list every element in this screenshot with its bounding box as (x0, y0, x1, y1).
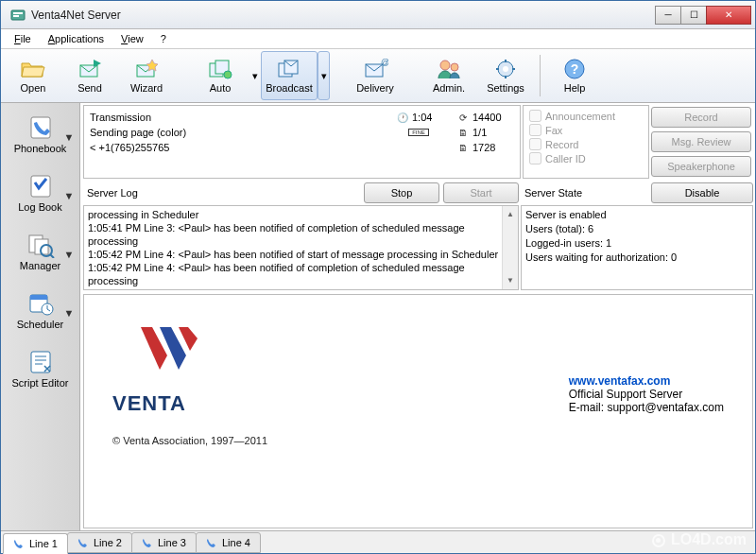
maximize-button[interactable]: ☐ (680, 6, 707, 25)
upper-row: Transmission 🕐 1:04 ⟳ 14400 Sending page… (81, 103, 755, 181)
app-window: Venta4Net Server ─ ☐ ✕ File Applications… (0, 0, 756, 554)
open-button[interactable]: Open (5, 51, 61, 100)
toolbar-separator (540, 55, 541, 96)
transmission-title: Transmission (90, 112, 393, 123)
wizard-button[interactable]: Wizard (118, 51, 175, 100)
menu-help[interactable]: ? (153, 31, 174, 46)
body-area: Phonebook ▼ Log Book ▼ Manager ▼ Schedul… (1, 103, 755, 530)
minimize-button[interactable]: ─ (655, 6, 681, 25)
chevron-down-icon[interactable]: ▼ (62, 131, 77, 143)
main-panel: Transmission 🕐 1:04 ⟳ 14400 Sending page… (80, 103, 755, 530)
opt-callerid[interactable]: Caller ID (529, 152, 643, 164)
server-state: Server is enabled Users (total): 6 Logge… (521, 205, 753, 290)
settings-button[interactable]: Settings (477, 51, 534, 100)
admin-icon (436, 58, 462, 80)
menu-view[interactable]: View (113, 31, 151, 46)
state-line: Logged-in users: 1 (525, 236, 748, 251)
transmission-sending: Sending page (color) (90, 127, 404, 138)
tab-line2[interactable]: Line 2 (67, 532, 132, 553)
chevron-down-icon[interactable]: ▼ (62, 307, 77, 319)
start-button[interactable]: Start (443, 182, 519, 203)
phone-buttons: Record Msg. Review Speakerphone (651, 105, 753, 179)
app-icon (10, 8, 26, 23)
sidebar-manager[interactable]: Manager ▼ (3, 222, 78, 281)
log-line: processing in Scheduler (88, 208, 514, 221)
phone-icon (13, 538, 25, 549)
broadcast-dropdown[interactable]: ▾ (318, 51, 330, 100)
toolbar: Open Send Wizard Auto ▾ Broadcast ▾ @ De… (1, 48, 755, 103)
sidebar: Phonebook ▼ Log Book ▼ Manager ▼ Schedul… (1, 103, 80, 530)
stop-button[interactable]: Stop (364, 182, 439, 203)
broadcast-icon (276, 58, 302, 80)
svg-point-15 (503, 66, 508, 72)
phone-icon (77, 537, 89, 548)
admin-button[interactable]: Admin. (421, 51, 477, 100)
server-log[interactable]: processing in Scheduler 1:05:41 PM Line … (83, 205, 519, 290)
delivery-button[interactable]: @ Delivery (347, 51, 404, 100)
auto-button[interactable]: Auto (192, 51, 249, 100)
trans-bytes: 1728 (472, 142, 514, 153)
quality-icon: FINE (408, 129, 429, 136)
close-button[interactable]: ✕ (706, 6, 751, 25)
phone-icon (206, 537, 217, 548)
svg-rect-1 (13, 12, 23, 14)
state-column: Server State Disable Server is enabled U… (521, 181, 753, 290)
send-icon (77, 58, 103, 80)
trans-pages: 1/1 (472, 127, 514, 138)
pages-icon: 🗎 (457, 128, 469, 138)
log-column: Server Log Stop Start processing in Sche… (83, 181, 519, 290)
log-line: 1:05:41 PM Line 3: <Paul> has been notif… (88, 221, 514, 248)
scripteditor-icon (26, 349, 56, 375)
menu-applications[interactable]: Applications (41, 31, 112, 46)
tab-line4[interactable]: Line 4 (196, 532, 261, 553)
server-state-label: Server State (521, 187, 647, 199)
trans-speed: 14400 (472, 112, 514, 123)
svg-rect-2 (13, 15, 19, 17)
record-button[interactable]: Record (651, 107, 751, 128)
support-email: E-mail: support@ventafax.com (569, 401, 724, 414)
delivery-icon: @ (362, 58, 388, 80)
send-button[interactable]: Send (61, 51, 118, 100)
svg-text:@: @ (381, 58, 388, 67)
website-link[interactable]: www.ventafax.com (569, 374, 724, 388)
opt-fax[interactable]: Fax (529, 124, 643, 136)
auto-icon (207, 58, 233, 80)
msgreview-button[interactable]: Msg. Review (651, 131, 751, 152)
menu-file[interactable]: File (7, 31, 39, 46)
broadcast-button[interactable]: Broadcast (261, 51, 318, 100)
tab-line3[interactable]: Line 3 (131, 532, 197, 553)
phonebook-icon (26, 114, 56, 141)
svg-rect-29 (30, 295, 47, 300)
scheduler-icon (26, 290, 56, 317)
opt-announcement[interactable]: Announcement (529, 110, 643, 122)
folder-open-icon (20, 58, 46, 80)
tab-line1[interactable]: Line 1 (3, 533, 68, 554)
options-panel: Announcement Fax Record Caller ID (523, 105, 649, 179)
clock-icon: 🕐 (397, 113, 408, 123)
bytes-icon: 🗎 (457, 143, 469, 153)
sidebar-phonebook[interactable]: Phonebook ▼ (3, 105, 78, 164)
scrollbar[interactable]: ▲▼ (502, 206, 518, 289)
fax-preview: VENTA © Venta Association, 1997—2011 www… (83, 294, 753, 528)
speakerphone-button[interactable]: Speakerphone (651, 156, 751, 177)
sidebar-scripteditor[interactable]: Script Editor (3, 339, 78, 398)
svg-line-27 (50, 254, 54, 258)
opt-record[interactable]: Record (529, 138, 643, 150)
svg-rect-22 (31, 117, 50, 138)
state-line: Users waiting for authorization: 0 (525, 251, 748, 265)
wizard-icon (133, 58, 160, 80)
svg-point-12 (440, 61, 450, 70)
chevron-down-icon[interactable]: ▼ (62, 190, 77, 201)
phone-icon (142, 537, 153, 548)
auto-dropdown[interactable]: ▾ (249, 51, 261, 100)
state-line: Server is enabled (525, 208, 748, 222)
sidebar-logbook[interactable]: Log Book ▼ (3, 164, 78, 222)
chevron-down-icon[interactable]: ▼ (62, 249, 77, 260)
help-icon: ? (561, 58, 588, 80)
line-tabs: Line 1 Line 2 Line 3 Line 4 (1, 530, 755, 553)
disable-button[interactable]: Disable (651, 182, 753, 203)
sidebar-scheduler[interactable]: Scheduler ▼ (3, 281, 78, 339)
help-button[interactable]: ? Help (546, 51, 603, 100)
svg-text:?: ? (571, 61, 579, 77)
state-line: Users (total): 6 (525, 222, 748, 236)
